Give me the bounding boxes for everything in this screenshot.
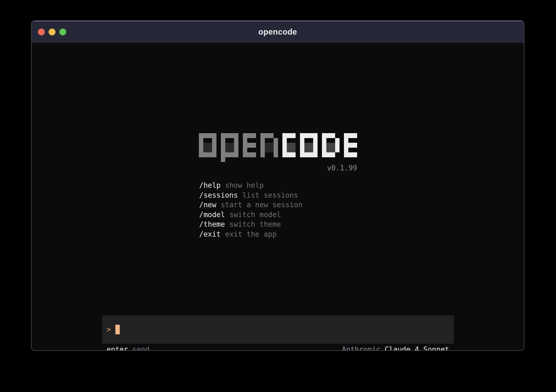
command-row: /exitexit the app: [199, 229, 302, 239]
command-row: /sessionslist sessions: [199, 191, 302, 200]
app-window: opencode v0.1.99 /helpshow help /session…: [31, 20, 524, 351]
command-row: /modelswitch model: [199, 210, 302, 220]
window-title: opencode: [32, 27, 524, 37]
command-name: /help: [199, 181, 221, 189]
titlebar[interactable]: opencode: [32, 21, 524, 43]
logo-letter-p: [221, 133, 238, 162]
logo-letter-e: [243, 133, 256, 162]
logo-letter-e: [344, 133, 357, 162]
text-cursor: [115, 325, 120, 334]
key-action-label: send: [132, 345, 149, 351]
provider-label: Anthropic: [342, 345, 380, 351]
logo-letter-o: [300, 133, 318, 162]
command-row: /themeswitch theme: [199, 220, 302, 229]
command-description: show help: [225, 181, 264, 189]
terminal-body: v0.1.99 /helpshow help /sessionslist ses…: [32, 43, 524, 350]
logo-letter-d: [322, 133, 340, 162]
desktop: { "window": { "title": "opencode", "titl…: [0, 0, 556, 392]
command-row: /newstart a new session: [199, 200, 302, 210]
logo-letter-n: [260, 133, 278, 162]
command-name: /new: [199, 201, 216, 209]
command-name: /theme: [199, 220, 225, 228]
command-description: list sessions: [242, 191, 298, 199]
key-hint-label: enter: [107, 345, 128, 351]
opencode-logo: [199, 133, 357, 162]
status-bar: entersend AnthropicClaude 4 Sonnet: [102, 345, 454, 351]
prompt-input[interactable]: >: [102, 315, 454, 344]
command-description: switch model: [229, 211, 281, 219]
model-label: Claude 4 Sonnet: [385, 345, 449, 351]
command-row: /helpshow help: [199, 181, 302, 191]
command-description: exit the app: [225, 230, 277, 238]
version-label: v0.1.99: [199, 163, 357, 173]
model-indicator[interactable]: AnthropicClaude 4 Sonnet: [342, 345, 449, 351]
logo-letter-o: [199, 133, 216, 162]
send-hint: entersend: [107, 345, 149, 351]
command-description: switch theme: [229, 220, 281, 228]
command-description: start a new session: [221, 201, 302, 209]
command-name: /sessions: [199, 191, 238, 199]
command-list: /helpshow help /sessionslist sessions /n…: [199, 181, 302, 239]
command-name: /model: [199, 211, 225, 219]
command-name: /exit: [199, 230, 221, 238]
prompt-symbol: >: [107, 325, 111, 334]
logo-letter-c: [282, 133, 296, 162]
